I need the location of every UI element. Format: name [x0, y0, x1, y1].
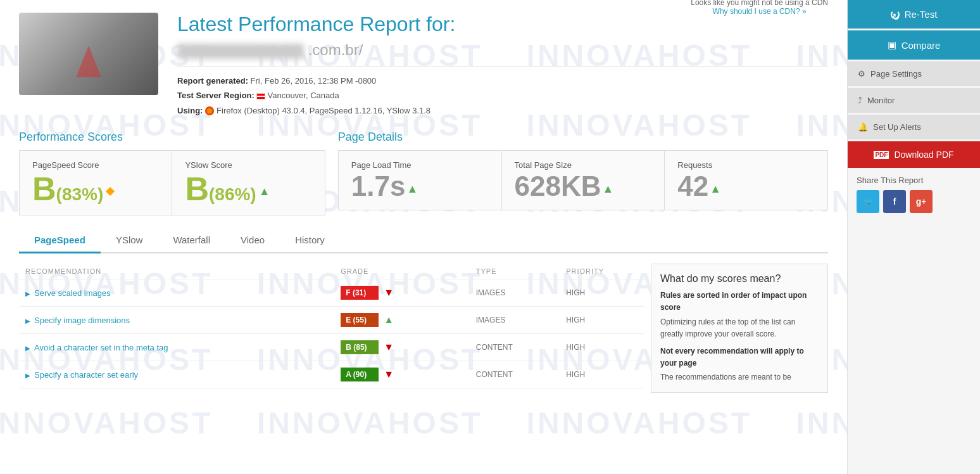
monitor-icon: ⤴: [858, 96, 862, 105]
recommendations-section: RECOMMENDATION GRADE TYPE PRIORITY Serve…: [19, 264, 644, 388]
performance-scores-box: Performance Scores PageSpeed Score B(83%…: [19, 131, 325, 215]
compare-icon: ▣: [888, 39, 896, 51]
priority-specify-charset: HIGH: [566, 370, 638, 379]
grade-image-dimensions: E (55) ▲: [341, 313, 449, 327]
table-header: RECOMMENDATION GRADE TYPE PRIORITY: [19, 264, 644, 279]
scores-section: Performance Scores PageSpeed Score B(83%…: [19, 131, 828, 215]
alerts-button[interactable]: 🔔 Set Up Alerts: [848, 115, 980, 139]
page-settings-button[interactable]: ⚙ Page Settings: [848, 61, 980, 86]
table-row: Avoid a character set in the meta tag B …: [19, 334, 644, 361]
site-url: .com.br/: [177, 41, 455, 59]
total-page-size: Total Page Size 628KB▲: [502, 151, 665, 210]
tab-history[interactable]: History: [280, 228, 340, 253]
retest-button[interactable]: ↻ Re-Test: [848, 0, 980, 29]
size-value: 628KB▲: [515, 172, 652, 200]
url-suffix: .com.br/: [308, 41, 363, 58]
rec-specify-charset[interactable]: Specify a character set early: [25, 370, 341, 380]
header-section: Latest Performance Report for: .com.br/ …: [19, 13, 828, 118]
bottom-section: RECOMMENDATION GRADE TYPE PRIORITY Serve…: [19, 264, 828, 393]
grade-specify-charset: A (90) ▼: [341, 368, 449, 381]
header-text: Latest Performance Report for: .com.br/ …: [177, 13, 828, 118]
table-row: Specify a character set early A (90) ▼ C…: [19, 361, 644, 388]
pdf-icon: PDF: [874, 151, 889, 159]
arrow-down-icon: ▼: [384, 287, 394, 298]
tab-waterfall[interactable]: Waterfall: [158, 228, 225, 253]
grade-bar-a: A (90): [341, 368, 379, 381]
col-header-priority: PRIORITY: [566, 267, 638, 275]
tab-pagespeed[interactable]: PageSpeed: [19, 228, 101, 253]
size-arrow: ▲: [603, 183, 614, 195]
requests-value: 42▲: [677, 172, 815, 200]
type-avoid-charset: CONTENT: [476, 343, 566, 352]
monitor-button[interactable]: ⤴ Monitor: [848, 88, 980, 113]
yslow-up-arrow: ▲: [259, 185, 270, 198]
yslow-value: B(86%)▲: [185, 172, 311, 205]
col-header-type: TYPE: [476, 267, 566, 275]
header-meta: Report generated: Fri, Feb 26, 2016, 12:…: [177, 74, 828, 118]
performance-scores-title: Performance Scores: [19, 131, 325, 144]
pagespeed-score: PageSpeed Score B(83%): [20, 151, 172, 215]
rec-avoid-charset[interactable]: Avoid a character set in the meta tag: [25, 343, 341, 352]
info-panel: What do my scores mean? Rules are sorted…: [651, 264, 828, 393]
grade-bar-f: F (31): [341, 286, 379, 300]
arrow-down-icon: ▼: [384, 342, 394, 353]
type-serve-scaled: IMAGES: [476, 288, 566, 297]
info-panel-title: What do my scores mean?: [660, 273, 819, 285]
col-header-recommendation: RECOMMENDATION: [25, 267, 341, 275]
table-row: Specify image dimensions E (55) ▲ IMAGES…: [19, 307, 644, 334]
gear-icon: ⚙: [858, 69, 865, 79]
scores-grid: PageSpeed Score B(83%) YSlow Score B(86%…: [19, 150, 325, 215]
type-specify-charset: CONTENT: [476, 370, 566, 379]
bell-icon: 🔔: [858, 122, 868, 132]
page-details-title: Page Details: [338, 131, 828, 144]
rec-image-dimensions[interactable]: Specify image dimensions: [25, 316, 341, 325]
share-gplus-button[interactable]: g+: [910, 190, 933, 213]
page-load-time: Page Load Time 1.7s▲: [339, 151, 502, 210]
share-facebook-button[interactable]: f: [883, 190, 906, 213]
info-panel-text: Rules are sorted in order of impact upon…: [660, 290, 819, 383]
pagespeed-value: B(83%): [32, 172, 159, 205]
load-arrow: ▲: [406, 183, 418, 195]
rec-serve-scaled[interactable]: Serve scaled images: [25, 288, 341, 298]
page-details-box: Page Details Page Load Time 1.7s▲ Total …: [338, 131, 828, 215]
requests: Requests 42▲: [665, 151, 827, 210]
page-details-grid: Page Load Time 1.7s▲ Total Page Size 628…: [338, 150, 828, 210]
grade-bar-e: E (55): [341, 313, 379, 327]
score-badge-pagespeed: [106, 187, 115, 196]
share-section: Share This Report 🐦 f g+: [848, 168, 980, 221]
grade-serve-scaled: F (31) ▼: [341, 286, 449, 300]
compare-button[interactable]: ▣ Compare: [848, 30, 980, 60]
arrow-down-icon: ▼: [384, 369, 394, 380]
requests-arrow: ▲: [710, 183, 721, 195]
download-pdf-button[interactable]: PDF Download PDF: [848, 141, 980, 168]
tab-yslow[interactable]: YSlow: [101, 228, 158, 253]
priority-image-dimensions: HIGH: [566, 316, 638, 324]
priority-serve-scaled: HIGH: [566, 288, 638, 297]
tab-video[interactable]: Video: [225, 228, 280, 253]
cdn-notice: 🌐 Looks like you might not be using a CD…: [691, 0, 828, 16]
col-header-grade: GRADE: [341, 267, 449, 275]
priority-avoid-charset: HIGH: [566, 343, 638, 352]
yslow-score: YSlow Score B(86%)▲: [172, 151, 324, 215]
tabs-section: PageSpeed YSlow Waterfall Video History: [19, 228, 828, 253]
site-thumbnail: [19, 13, 158, 95]
load-value: 1.7s▲: [351, 172, 489, 200]
arrow-up-icon: ▲: [384, 314, 394, 326]
share-twitter-button[interactable]: 🐦: [857, 190, 879, 213]
page-title: Latest Performance Report for:: [177, 13, 455, 36]
cdn-link[interactable]: Why should I use a CDN? »: [713, 7, 807, 16]
grade-avoid-charset: B (85) ▼: [341, 340, 449, 354]
canada-flag: [256, 93, 265, 99]
grade-bar-b: B (85): [341, 340, 379, 354]
table-row: Serve scaled images F (31) ▼ IMAGES HIGH: [19, 279, 644, 307]
share-title: Share This Report: [857, 176, 971, 185]
share-buttons: 🐦 f g+: [857, 190, 971, 213]
right-panel: ↻ Re-Test ▣ Compare ⚙ Page Settings ⤴ Mo…: [847, 0, 980, 474]
refresh-icon: ↻: [891, 10, 900, 19]
type-image-dimensions: IMAGES: [476, 316, 566, 324]
